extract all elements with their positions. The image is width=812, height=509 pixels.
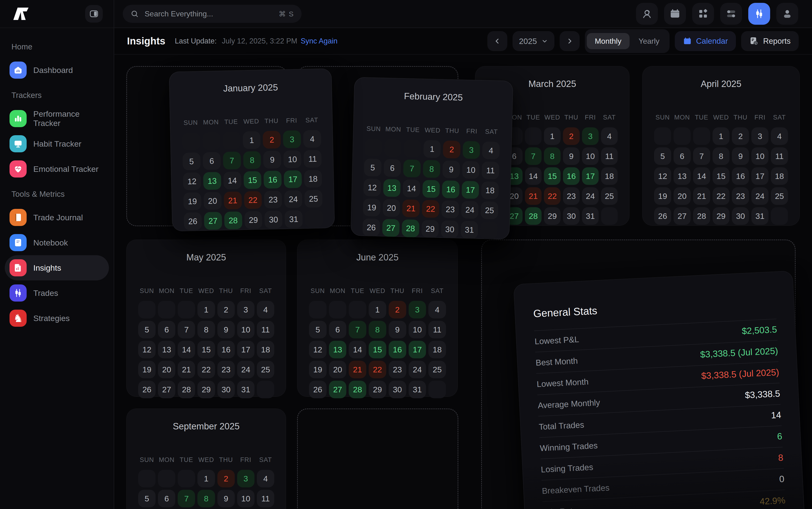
day-cell[interactable]: 29 [421, 220, 439, 238]
day-cell[interactable]: 7 [223, 151, 241, 170]
year-select[interactable]: 2025 [512, 31, 554, 51]
day-cell[interactable]: 5 [138, 321, 156, 338]
day-cell[interactable]: 9 [563, 147, 580, 165]
sidebar-item-strategies[interactable]: ♞Strategies [5, 306, 109, 331]
day-cell[interactable]: 31 [237, 381, 254, 398]
month-card-apr[interactable]: April 2025SUNMONTUEWEDTHUFRISAT123456789… [642, 66, 800, 226]
day-cell[interactable]: 25 [305, 190, 322, 208]
day-cell[interactable]: 8 [544, 147, 561, 165]
reports-button[interactable]: Reports [741, 31, 799, 51]
day-cell[interactable]: 27 [158, 381, 175, 398]
day-cell[interactable]: 26 [184, 212, 202, 230]
day-cell[interactable]: 20 [158, 361, 175, 378]
day-cell[interactable]: 1 [197, 470, 215, 487]
day-cell[interactable]: 2 [217, 301, 235, 318]
day-cell[interactable]: 7 [349, 321, 366, 338]
day-cell[interactable]: 19 [309, 361, 326, 378]
day-cell[interactable]: 1 [424, 140, 441, 158]
day-cell[interactable]: 12 [309, 341, 326, 358]
day-cell[interactable]: 30 [732, 207, 749, 225]
day-cell[interactable]: 18 [601, 167, 618, 185]
day-cell[interactable]: 28 [224, 211, 242, 230]
day-cell[interactable]: 18 [304, 170, 322, 188]
day-cell[interactable]: 31 [582, 207, 599, 225]
day-cell[interactable]: 18 [428, 341, 446, 358]
day-cell[interactable]: 15 [544, 167, 561, 185]
day-cell[interactable]: 13 [329, 341, 347, 358]
month-card-jan[interactable]: January 2025SUNMONTUEWEDTHUFRISAT1234567… [169, 68, 335, 232]
day-cell[interactable]: 9 [442, 160, 460, 178]
day-cell[interactable]: 11 [257, 321, 274, 338]
day-cell[interactable]: 25 [428, 361, 446, 378]
day-cell[interactable]: 4 [482, 141, 500, 160]
day-cell[interactable]: 21 [178, 361, 195, 378]
day-cell[interactable]: 9 [263, 151, 281, 169]
day-cell[interactable]: 6 [202, 152, 221, 170]
day-cell[interactable]: 22 [244, 191, 262, 209]
day-cell[interactable]: 22 [197, 361, 215, 378]
day-cell[interactable]: 5 [309, 321, 326, 338]
day-cell[interactable]: 20 [204, 192, 221, 210]
day-cell[interactable]: 28 [402, 219, 419, 237]
sidebar-item-habit-tracker[interactable]: Habit Tracker [5, 131, 109, 156]
day-cell[interactable]: 27 [204, 212, 222, 230]
day-cell[interactable]: 19 [138, 361, 156, 378]
apps-button[interactable] [692, 3, 714, 25]
day-cell[interactable]: 10 [237, 321, 254, 338]
day-cell[interactable]: 14 [525, 167, 541, 185]
day-cell[interactable]: 21 [224, 192, 242, 210]
day-cell[interactable]: 8 [197, 321, 215, 338]
day-cell[interactable]: 7 [525, 147, 541, 165]
day-cell[interactable]: 30 [563, 207, 580, 225]
day-cell[interactable]: 3 [751, 127, 769, 145]
day-cell[interactable]: 28 [525, 207, 541, 225]
day-cell[interactable]: 9 [217, 490, 235, 507]
day-cell[interactable]: 29 [197, 381, 215, 398]
day-cell[interactable]: 30 [217, 381, 235, 398]
sidebar-item-trade-journal[interactable]: Trade Journal [5, 205, 109, 230]
day-cell[interactable]: 17 [461, 181, 479, 199]
trades-view-button[interactable] [748, 3, 770, 25]
day-cell[interactable]: 23 [563, 187, 580, 205]
day-cell[interactable]: 3 [237, 470, 254, 487]
month-card-may[interactable]: May 2025SUNMONTUEWEDTHUFRISAT12345678910… [126, 240, 286, 397]
day-cell[interactable]: 28 [693, 207, 710, 225]
day-cell[interactable]: 2 [443, 140, 461, 159]
day-cell[interactable]: 23 [388, 361, 406, 378]
day-cell[interactable]: 24 [461, 201, 478, 219]
day-cell[interactable]: 11 [771, 147, 788, 165]
day-cell[interactable]: 25 [481, 201, 498, 219]
day-cell[interactable]: 29 [713, 207, 730, 225]
day-cell[interactable]: 5 [654, 147, 671, 165]
day-cell[interactable]: 21 [525, 187, 541, 205]
tab-yearly[interactable]: Yearly [630, 33, 668, 49]
day-cell[interactable]: 14 [223, 172, 242, 190]
day-cell[interactable]: 7 [178, 321, 195, 338]
day-cell[interactable]: 29 [244, 211, 262, 229]
day-cell[interactable]: 21 [349, 361, 366, 378]
day-cell[interactable]: 15 [243, 171, 261, 189]
day-cell[interactable]: 15 [422, 180, 440, 198]
day-cell[interactable]: 1 [197, 301, 215, 318]
day-cell[interactable]: 19 [654, 187, 671, 205]
day-cell[interactable]: 16 [732, 167, 749, 185]
day-cell[interactable]: 20 [329, 361, 347, 378]
day-cell[interactable]: 14 [178, 341, 195, 358]
day-cell[interactable]: 7 [693, 147, 710, 165]
day-cell[interactable]: 25 [771, 187, 788, 205]
day-cell[interactable]: 12 [183, 172, 201, 190]
day-cell[interactable]: 23 [441, 200, 459, 218]
day-cell[interactable]: 8 [423, 160, 440, 178]
day-cell[interactable]: 5 [138, 490, 156, 507]
day-cell[interactable]: 25 [601, 187, 618, 205]
day-cell[interactable]: 4 [257, 301, 274, 318]
day-cell[interactable]: 10 [237, 490, 254, 507]
day-cell[interactable]: 15 [713, 167, 730, 185]
day-cell[interactable]: 1 [243, 131, 261, 149]
day-cell[interactable]: 2 [217, 470, 235, 487]
day-cell[interactable]: 16 [563, 167, 580, 185]
day-cell[interactable]: 16 [217, 341, 235, 358]
day-cell[interactable]: 11 [304, 150, 321, 168]
day-cell[interactable]: 18 [771, 167, 788, 185]
day-cell[interactable]: 24 [751, 187, 769, 205]
